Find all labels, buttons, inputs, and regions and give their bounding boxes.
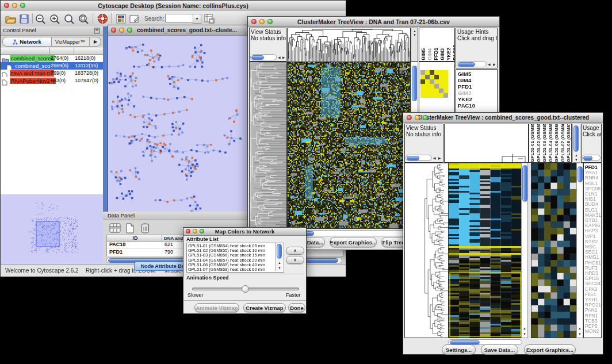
tab-overflow-button[interactable]: ▶ (89, 37, 101, 46)
main-titlebar[interactable]: Cytoscape Desktop (Session Name: collins… (1, 1, 346, 12)
network-table-row[interactable]: combined_sco2569(6)13112(15) (1, 62, 103, 70)
slider-thumb[interactable] (242, 285, 249, 293)
tv2-column-dendrogram[interactable] (444, 124, 529, 163)
scroll-right-icon[interactable]: ▶ (493, 62, 496, 67)
data-col-id[interactable]: ID (107, 235, 162, 242)
tv2-settings-button[interactable]: Settings... (442, 344, 476, 355)
scroll-right-icon[interactable]: ▶ (282, 55, 285, 60)
close-icon[interactable] (111, 28, 116, 33)
minimize-icon[interactable] (12, 3, 17, 8)
treeview1-titlebar[interactable]: ClusterMaker TreeView : DNA and Tran 07-… (248, 17, 499, 27)
splitter-down-icon[interactable]: ▼ (413, 33, 416, 37)
zoom-selected-icon[interactable] (63, 13, 76, 25)
minimize-icon[interactable] (415, 115, 420, 120)
tv2-zoom-heatmap[interactable] (531, 163, 577, 338)
tv1-view-status-hscroll[interactable] (250, 54, 277, 60)
network-table-row[interactable]: combined_scores2764(0)16218(0) (1, 55, 103, 62)
treeview2-titlebar[interactable]: ClusterMaker TreeView : combined_scores_… (403, 113, 603, 123)
scroll-up-icon[interactable]: ▲ (578, 326, 582, 331)
tv1-cluster-matrix[interactable] (420, 70, 448, 98)
float-panel-icon[interactable] (94, 28, 100, 34)
zoom-window-icon[interactable] (267, 19, 273, 24)
col-header-network[interactable] (1, 48, 50, 55)
zoom-window-icon[interactable] (423, 115, 428, 120)
help-lifering-icon[interactable] (96, 13, 109, 25)
search-input[interactable] (165, 14, 194, 22)
tv1-splitter-strip[interactable]: ▲ ▼ (411, 28, 418, 62)
network-table-row[interactable]: DNA and Tran 07769(0)183728(0) (1, 70, 103, 77)
select-attributes-icon[interactable] (109, 222, 121, 234)
tv1-usage-hints-hscroll[interactable] (457, 61, 487, 67)
scroll-right-icon[interactable]: ▶ (438, 156, 441, 160)
search-dropdown-button[interactable]: ▼ (193, 14, 201, 24)
minimize-icon[interactable] (119, 28, 124, 33)
move-down-button[interactable]: ∨ (286, 256, 304, 264)
dialog-title: Map Colors to Network (215, 228, 274, 235)
tab-vizmapper[interactable]: VizMapper™ (51, 37, 89, 46)
tab-network[interactable]: Network (3, 37, 52, 46)
scroll-down-icon[interactable]: ▼ (523, 332, 526, 336)
scroll-down-icon[interactable]: ▼ (578, 332, 582, 336)
tv1-export-graphics-button[interactable]: Export Graphics... (330, 237, 377, 247)
network-table-row[interactable]: RNAPuberNov2+|563(0)107847(0) (1, 77, 103, 85)
tv2-heatmap[interactable] (448, 163, 522, 338)
zoom-out-icon[interactable] (35, 13, 47, 25)
scroll-down-icon[interactable]: ▼ (278, 266, 281, 270)
close-icon[interactable] (4, 3, 9, 8)
scroll-left-icon[interactable]: ◀ (433, 156, 436, 160)
scroll-up-icon[interactable]: ▲ (278, 260, 281, 265)
new-attribute-icon[interactable] (124, 222, 136, 234)
move-up-button[interactable]: ∧ (286, 247, 304, 255)
tv1-row-dendrogram[interactable] (249, 62, 287, 229)
minimize-icon[interactable] (193, 229, 197, 233)
scroll-left-icon[interactable]: ◀ (488, 62, 491, 67)
tv2-view-status-hscroll[interactable] (406, 155, 432, 161)
zoom-in-icon[interactable] (49, 13, 62, 25)
attribute-browser-icon[interactable] (203, 13, 216, 25)
col-header-edges[interactable] (74, 48, 103, 55)
create-vizmap-button[interactable]: Create Vizmap (243, 303, 286, 312)
close-icon[interactable] (407, 115, 412, 120)
close-icon[interactable] (251, 19, 257, 24)
dialog-titlebar[interactable]: Map Colors to Network (183, 228, 306, 236)
scroll-left-icon[interactable]: ◀ (278, 55, 281, 60)
delete-attribute-icon[interactable] (139, 222, 151, 234)
open-file-icon[interactable] (4, 13, 17, 25)
tv2-top-vscroll[interactable]: ▲ ▼ (572, 124, 580, 163)
tv2-save-data-button[interactable]: Save Data... (481, 344, 518, 355)
attribute-list-vscroll[interactable]: ▲ ▼ (276, 243, 282, 271)
matrix-cell (443, 75, 448, 79)
network-view-window-1[interactable]: combined_scores_good.txt--cluste... (108, 25, 250, 213)
tv2-heatmap-vscroll[interactable]: ▲ ▼ (521, 163, 528, 338)
tv1-heatmap[interactable] (287, 62, 411, 229)
save-icon[interactable] (18, 13, 30, 25)
zoom-window-icon[interactable] (20, 3, 25, 8)
window-controls[interactable] (4, 3, 25, 8)
scroll-up-icon[interactable]: ▲ (575, 153, 578, 158)
annotation-icon[interactable] (128, 13, 141, 25)
close-icon[interactable] (186, 229, 190, 233)
col-header-nodes[interactable] (50, 48, 74, 55)
done-button[interactable]: Done (288, 303, 305, 312)
network-overview-canvas[interactable] (1, 194, 103, 265)
tv2-genelist-vscroll[interactable]: ▲ ▼ (576, 163, 583, 338)
animation-speed-slider[interactable] (192, 285, 298, 291)
tv2-row-dendrogram[interactable] (404, 163, 449, 338)
search-label: Search: (144, 16, 164, 22)
scroll-down-icon[interactable]: ▼ (575, 158, 578, 162)
network-view-1-canvas[interactable] (108, 36, 248, 212)
tv1-column-dendrogram[interactable] (287, 28, 411, 62)
attribute-listbox[interactable]: GPL51-01 (GSM854) heat shock 05 minGPL51… (186, 243, 284, 273)
zoom-fit-icon[interactable] (78, 13, 90, 25)
tv2-export-graphics-button[interactable]: Export Graphics... (524, 344, 576, 355)
matrix-cell (425, 84, 430, 89)
animate-vizmap-button[interactable]: Animate Vizmap (194, 303, 239, 312)
vizmapper-icon[interactable] (114, 13, 127, 25)
minimize-icon[interactable] (259, 19, 265, 24)
attribute-list-item[interactable]: GPL51-07 (GSM868) heat shock 60 min (188, 267, 265, 272)
zoom-window-icon[interactable] (127, 28, 132, 33)
tv2-usage-hints-hscroll[interactable] (582, 155, 600, 161)
scroll-up-icon[interactable]: ▲ (523, 326, 526, 331)
gene-list-item[interactable]: MON2 (585, 329, 601, 334)
zoom-window-icon[interactable] (200, 229, 204, 233)
